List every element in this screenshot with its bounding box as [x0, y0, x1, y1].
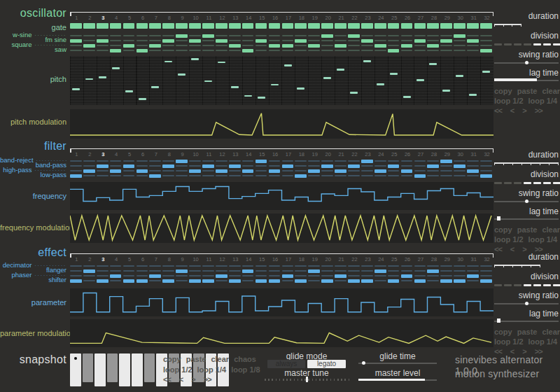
- wave-cell[interactable]: [467, 165, 479, 167]
- snapshot-key[interactable]: [94, 354, 106, 386]
- pitch-note[interactable]: [231, 86, 239, 88]
- pitch-note[interactable]: [204, 80, 212, 83]
- gate-row[interactable]: [70, 23, 493, 29]
- wave-cell[interactable]: [308, 175, 320, 176]
- wave-cell[interactable]: [480, 265, 492, 267]
- wave-cell[interactable]: [83, 44, 95, 48]
- division-segment[interactable]: [543, 43, 551, 46]
- wave-cell[interactable]: [308, 40, 320, 41]
- wave-cell[interactable]: [149, 35, 161, 36]
- wave-cell[interactable]: [454, 175, 465, 176]
- wave-cell[interactable]: [361, 39, 373, 43]
- division-segment[interactable]: [543, 182, 551, 184]
- wave-cell[interactable]: [335, 280, 346, 281]
- wave-cell[interactable]: [189, 165, 201, 167]
- wave-cell[interactable]: [123, 44, 135, 48]
- wave-cell[interactable]: [242, 265, 254, 267]
- wave-cell[interactable]: [282, 265, 294, 267]
- wave-cell[interactable]: [269, 165, 281, 167]
- wave-cell[interactable]: [97, 270, 108, 272]
- shift-left-icon[interactable]: <: [510, 106, 514, 115]
- wave-cell[interactable]: [295, 160, 307, 162]
- wave-cell[interactable]: [374, 40, 386, 41]
- wave-cell[interactable]: [480, 40, 492, 41]
- shift-fast-left-icon[interactable]: <<: [163, 375, 171, 384]
- frequency-plot[interactable]: [70, 182, 493, 210]
- wave-cell[interactable]: [149, 274, 161, 278]
- wave-cell[interactable]: [149, 174, 161, 178]
- wave-cell[interactable]: [440, 175, 452, 176]
- gate-cell[interactable]: [216, 23, 227, 29]
- pitch-note[interactable]: [284, 64, 292, 66]
- wave-cell[interactable]: [149, 265, 161, 267]
- wave-cell[interactable]: [176, 165, 188, 167]
- parameter-modulation-plot[interactable]: [70, 319, 493, 347]
- wave-cell[interactable]: [414, 50, 426, 51]
- clear-button[interactable]: clear: [542, 225, 560, 234]
- wave-cell[interactable]: [176, 160, 188, 163]
- pitch-note[interactable]: [218, 62, 225, 64]
- wave-cell[interactable]: [388, 49, 400, 52]
- gate-cell[interactable]: [295, 23, 307, 29]
- wave-cell[interactable]: [242, 45, 254, 46]
- pitch-note[interactable]: [125, 90, 133, 92]
- gate-cell[interactable]: [454, 23, 465, 29]
- wave-cell[interactable]: [427, 175, 439, 176]
- wave-cell[interactable]: [176, 265, 188, 267]
- wave-cell[interactable]: [83, 275, 95, 276]
- lag-time-slider[interactable]: [494, 78, 559, 83]
- wave-cell[interactable]: [374, 35, 386, 36]
- wave-cell[interactable]: [83, 40, 95, 41]
- wave-cell[interactable]: [97, 265, 108, 267]
- wave-cell[interactable]: [440, 165, 452, 167]
- wave-cell[interactable]: [136, 40, 148, 41]
- gate-cell[interactable]: [242, 23, 254, 29]
- pitch-grid[interactable]: [70, 56, 493, 105]
- wave-cell[interactable]: [321, 164, 333, 168]
- wave-cell[interactable]: [110, 165, 122, 167]
- wave-cell[interactable]: [269, 270, 281, 272]
- wave-cell[interactable]: [335, 165, 346, 167]
- wave-cell[interactable]: [414, 165, 426, 167]
- wave-cell[interactable]: [388, 275, 400, 276]
- wave-cell[interactable]: [295, 174, 307, 178]
- wave-cell[interactable]: [70, 45, 82, 46]
- wave-cell[interactable]: [401, 265, 413, 267]
- wave-cell[interactable]: [454, 34, 465, 38]
- wave-cell[interactable]: [321, 50, 333, 51]
- pitch-note[interactable]: [112, 67, 120, 69]
- division-segment[interactable]: [533, 43, 541, 46]
- wave-cell[interactable]: [255, 170, 267, 172]
- wave-cell[interactable]: [97, 164, 108, 168]
- wave-cell[interactable]: [440, 270, 452, 272]
- wave-cell[interactable]: [388, 164, 400, 168]
- wave-cell[interactable]: [202, 170, 214, 172]
- wave-cell[interactable]: [454, 40, 465, 41]
- wave-cell[interactable]: [97, 160, 108, 162]
- wave-cell[interactable]: [335, 44, 346, 48]
- wave-cell[interactable]: [202, 175, 214, 176]
- wave-cell[interactable]: [348, 164, 360, 168]
- wave-cell[interactable]: [162, 35, 174, 36]
- wave-cell[interactable]: [401, 280, 413, 281]
- pitch-note[interactable]: [178, 74, 186, 76]
- wave-cell[interactable]: [361, 270, 373, 272]
- wave-cell[interactable]: [162, 270, 174, 272]
- wave-cell[interactable]: [162, 50, 174, 51]
- wave-cell[interactable]: [480, 35, 492, 36]
- wave-cell[interactable]: [440, 265, 452, 267]
- wave-cell[interactable]: [123, 40, 135, 41]
- wave-cell[interactable]: [414, 174, 426, 178]
- wave-cell[interactable]: [176, 50, 188, 51]
- pitch-note[interactable]: [85, 78, 93, 80]
- division-selector[interactable]: [494, 282, 560, 288]
- lag-thumb[interactable]: [497, 216, 500, 220]
- wave-cell[interactable]: [427, 270, 439, 273]
- wave-cell[interactable]: [388, 270, 400, 272]
- wave-cell[interactable]: [454, 164, 465, 168]
- wave-cell[interactable]: [123, 35, 135, 36]
- wave-cell[interactable]: [321, 279, 333, 283]
- wave-cell[interactable]: [255, 265, 267, 267]
- wave-cell[interactable]: [454, 265, 465, 267]
- wave-cell[interactable]: [348, 50, 360, 51]
